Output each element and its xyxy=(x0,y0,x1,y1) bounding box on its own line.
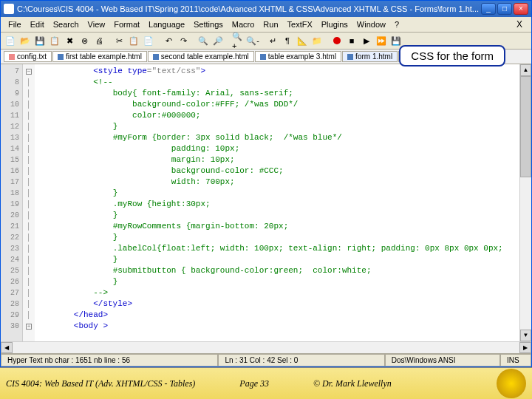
open-file-icon[interactable]: 📂 xyxy=(18,34,32,47)
minimize-button[interactable]: _ xyxy=(481,3,496,15)
menu-format[interactable]: Format xyxy=(109,18,144,30)
annotation-callout: CSS for the form xyxy=(399,45,505,66)
redo-icon[interactable]: ↷ xyxy=(177,34,190,47)
file-tab[interactable]: config.txt xyxy=(4,51,52,62)
save-all-icon[interactable]: 📋 xyxy=(48,34,61,47)
status-bar: Hyper Text nb char : 1651 nb line : 56 L… xyxy=(1,353,531,366)
tab-indicator-icon xyxy=(9,54,15,60)
zoom-in-icon[interactable]: 🔍+ xyxy=(231,34,245,47)
horizontal-scrollbar[interactable]: ◀ ▶ xyxy=(1,341,531,353)
window-title: C:\Courses\CIS 4004 - Web Based IT\Sprin… xyxy=(17,4,481,13)
file-tab[interactable]: form 1.html xyxy=(342,51,398,62)
stop-macro-icon[interactable]: ■ xyxy=(345,34,358,47)
close-button[interactable]: × xyxy=(514,3,528,15)
tab-label: second table example.html xyxy=(161,52,249,61)
menu-bar: File Edit Search View Format Language Se… xyxy=(1,17,531,33)
tab-label: first table example.html xyxy=(66,52,142,61)
menu-settings[interactable]: Settings xyxy=(189,18,228,30)
scroll-left-arrow[interactable]: ◀ xyxy=(1,342,13,353)
save-icon[interactable]: 💾 xyxy=(33,34,47,47)
tab-label: config.txt xyxy=(17,52,47,61)
print-icon[interactable]: 🖨 xyxy=(92,34,106,47)
menu-textfx[interactable]: TextFX xyxy=(283,18,317,30)
maximize-button[interactable]: □ xyxy=(497,3,512,15)
undo-icon[interactable]: ↶ xyxy=(162,34,175,47)
indent-icon[interactable]: 📐 xyxy=(296,34,309,47)
file-tab[interactable]: table example 3.html xyxy=(255,51,341,62)
menu-view[interactable]: View xyxy=(83,18,110,30)
scroll-right-arrow[interactable]: ▶ xyxy=(519,342,531,353)
wrap-icon[interactable]: ↵ xyxy=(266,34,279,47)
scroll-up-arrow[interactable]: ▲ xyxy=(520,64,531,76)
scroll-down-arrow[interactable]: ▼ xyxy=(520,330,531,341)
menu-window[interactable]: Window xyxy=(352,18,390,30)
app-icon xyxy=(4,4,14,14)
replace-icon[interactable]: 🔎 xyxy=(211,34,225,47)
tab-indicator-icon xyxy=(347,54,353,60)
tab-indicator-icon xyxy=(58,54,64,60)
zoom-out-icon[interactable]: 🔍- xyxy=(246,34,259,47)
menu-run[interactable]: Run xyxy=(259,18,282,30)
menu-edit[interactable]: Edit xyxy=(26,18,49,30)
status-chars: Hyper Text nb char : 1651 nb line : 56 xyxy=(1,354,218,366)
play-multi-icon[interactable]: ⏩ xyxy=(375,34,388,47)
footer-course: CIS 4004: Web Based IT (Adv. XHTML/CSS -… xyxy=(6,378,195,389)
tab-label: table example 3.html xyxy=(268,52,336,61)
tab-indicator-icon xyxy=(153,54,159,60)
code-editor[interactable]: <style type="text/css"> <!-- body{ font-… xyxy=(35,64,519,341)
status-insert-mode: INS xyxy=(500,354,531,366)
save-macro-icon[interactable]: 💾 xyxy=(389,34,403,47)
new-file-icon[interactable]: 📄 xyxy=(4,34,17,47)
record-macro-icon[interactable] xyxy=(330,34,344,47)
doc-close-button[interactable]: X xyxy=(511,19,528,30)
vertical-scrollbar[interactable]: ▲ ▼ xyxy=(519,64,531,341)
copy-icon[interactable]: 📋 xyxy=(127,34,140,47)
tab-label: form 1.html xyxy=(355,52,392,61)
window-titlebar: C:\Courses\CIS 4004 - Web Based IT\Sprin… xyxy=(1,1,531,17)
line-number-gutter: 7891011121314151617181920212223242526272… xyxy=(1,64,23,341)
find-icon[interactable]: 🔍 xyxy=(197,34,210,47)
tab-indicator-icon xyxy=(260,54,266,60)
status-encoding: Dos\Windows ANSI xyxy=(385,354,500,366)
status-cursor: Ln : 31 Col : 42 Sel : 0 xyxy=(218,354,384,366)
close-all-icon[interactable]: ⊗ xyxy=(78,34,91,47)
footer-page: Page 33 xyxy=(239,378,269,389)
slide-footer: CIS 4004: Web Based IT (Adv. XHTML/CSS -… xyxy=(0,367,532,399)
scroll-thumb[interactable] xyxy=(520,76,531,177)
footer-author: © Dr. Mark Llewellyn xyxy=(313,378,392,389)
footer-logo xyxy=(497,369,526,398)
show-chars-icon[interactable]: ¶ xyxy=(281,34,294,47)
menu-help[interactable]: ? xyxy=(390,18,403,30)
menu-plugins[interactable]: Plugins xyxy=(317,18,352,30)
menu-macro[interactable]: Macro xyxy=(228,18,259,30)
editor-area: 7891011121314151617181920212223242526272… xyxy=(1,64,531,341)
fold-column[interactable]: −││││││││││││││││││││││+ xyxy=(23,64,35,341)
paste-icon[interactable]: 📄 xyxy=(142,34,155,47)
play-macro-icon[interactable]: ▶ xyxy=(360,34,373,47)
folder-icon[interactable]: 📁 xyxy=(310,34,324,47)
file-tab[interactable]: first table example.html xyxy=(52,51,147,62)
menu-search[interactable]: Search xyxy=(49,18,83,30)
menu-language[interactable]: Language xyxy=(144,18,189,30)
cut-icon[interactable]: ✂ xyxy=(112,34,126,47)
file-tab[interactable]: second table example.html xyxy=(148,51,254,62)
close-file-icon[interactable]: ✖ xyxy=(63,34,76,47)
menu-file[interactable]: File xyxy=(4,18,26,30)
